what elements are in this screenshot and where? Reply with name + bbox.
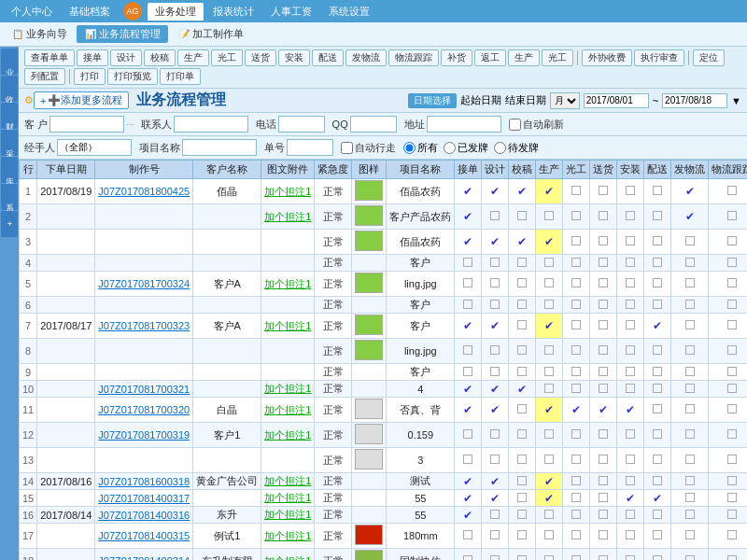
check-shengchan[interactable]: ✔ [536, 230, 563, 255]
auto-refresh-checkbox[interactable] [509, 119, 521, 131]
check-jiedan[interactable]: ✔ [455, 179, 482, 204]
check-fahualiu[interactable] [671, 448, 709, 473]
check-jiedan[interactable]: ✔ [455, 204, 482, 230]
check-peisong[interactable] [644, 339, 671, 364]
btn-delivery[interactable]: 送货 [245, 49, 276, 66]
check-sheji[interactable]: ✔ [482, 473, 509, 490]
doc-attach-link[interactable]: 加个担注1 [264, 278, 311, 289]
check-fahualiu[interactable] [671, 549, 709, 561]
doc-attach-link[interactable]: 加个担注1 [264, 320, 311, 331]
address-input[interactable] [427, 116, 501, 133]
order-no-link[interactable]: J07Z017081600318 [98, 476, 190, 487]
start-date-input[interactable] [584, 93, 649, 108]
check-xiaogao[interactable] [509, 524, 536, 549]
check-songhuo[interactable] [590, 473, 617, 490]
contact-input[interactable] [174, 116, 248, 133]
check-sheji[interactable]: ✔ [482, 230, 509, 255]
check-xiaogao[interactable] [509, 549, 536, 561]
left-icon-system[interactable]: 系 [1, 184, 18, 210]
nav-hr-payroll[interactable]: 人事工资 [263, 3, 319, 21]
check-guanggong[interactable] [563, 507, 590, 524]
check-guanggong[interactable] [563, 179, 590, 204]
check-shengchan[interactable] [536, 272, 563, 297]
check-anzhuang[interactable] [617, 364, 644, 381]
check-songhuo[interactable] [590, 490, 617, 507]
nav-business-guide[interactable]: 📋 业务向导 [4, 25, 75, 43]
check-sheji[interactable] [482, 297, 509, 314]
check-anzhuang[interactable] [617, 524, 644, 549]
check-guanggong[interactable] [563, 339, 590, 364]
check-anzhuang[interactable] [617, 507, 644, 524]
check-fahualiu[interactable] [671, 473, 709, 490]
check-guanggong[interactable] [563, 297, 590, 314]
check-xiaogao[interactable] [509, 255, 536, 272]
left-icon-receive[interactable]: 收 [1, 76, 18, 102]
check-songhuo[interactable] [590, 364, 617, 381]
qq-input[interactable] [350, 116, 397, 133]
check-peisong[interactable] [644, 381, 671, 398]
check-anzhuang[interactable] [617, 314, 644, 339]
check-peisong[interactable] [644, 448, 671, 473]
check-guanggong[interactable] [563, 423, 590, 448]
check-shengchan[interactable] [536, 507, 563, 524]
customer-input[interactable] [49, 116, 124, 133]
check-peisong[interactable] [644, 423, 671, 448]
check-shengchan[interactable]: ✔ [536, 490, 563, 507]
nav-business-process[interactable]: 业务处理 [148, 3, 204, 21]
check-fahualiu[interactable] [671, 255, 709, 272]
add-process-button[interactable]: + ➕添加更多流程 [34, 91, 129, 109]
check-songhuo[interactable]: ✔ [590, 398, 617, 423]
phone-input[interactable] [278, 116, 325, 133]
order-no-link[interactable]: J07Z017081700324 [98, 278, 190, 289]
check-fahualiu[interactable] [671, 272, 709, 297]
order-no-link[interactable]: J07Z017081400317 [98, 493, 190, 504]
check-sheji[interactable] [482, 272, 509, 297]
check-guanggong[interactable] [563, 381, 590, 398]
check-guanggong[interactable] [563, 549, 590, 561]
check-peisong[interactable] [644, 204, 671, 230]
check-shengchan[interactable]: ✔ [536, 179, 563, 204]
btn-exec-review[interactable]: 执行审查 [634, 49, 684, 66]
project-input[interactable] [182, 139, 257, 156]
check-xiaogao[interactable] [509, 364, 536, 381]
status-issued[interactable]: 已发牌 [444, 141, 488, 155]
check-anzhuang[interactable] [617, 339, 644, 364]
btn-col-config[interactable]: 列配置 [24, 68, 65, 85]
check-jiedan[interactable] [455, 423, 482, 448]
check-sheji[interactable] [482, 255, 509, 272]
check-shengchan[interactable] [536, 549, 563, 561]
check-sheji[interactable] [482, 507, 509, 524]
check-guanggong[interactable] [563, 448, 590, 473]
btn-production2[interactable]: 生产 [508, 49, 540, 66]
btn-install[interactable]: 安装 [278, 49, 310, 66]
left-icon-finance[interactable]: 财 [1, 103, 18, 129]
check-anzhuang[interactable] [617, 549, 644, 561]
btn-print-order[interactable]: 打印单 [160, 68, 201, 85]
check-songhuo[interactable] [590, 204, 617, 230]
check-songhuo[interactable] [590, 448, 617, 473]
check-jiedan[interactable]: ✔ [455, 490, 482, 507]
check-xiaogao[interactable] [509, 473, 536, 490]
btn-restock[interactable]: 补货 [441, 49, 472, 66]
check-songhuo[interactable] [590, 381, 617, 398]
check-xiaogao[interactable] [509, 314, 536, 339]
end-date-input[interactable] [662, 93, 727, 108]
check-sheji[interactable]: ✔ [482, 381, 509, 398]
check-fahualiu[interactable] [671, 314, 709, 339]
check-songhuo[interactable] [590, 230, 617, 255]
nav-basic-files[interactable]: 基础档案 [62, 3, 118, 21]
check-fahualiu[interactable]: ✔ [671, 179, 709, 204]
check-xiaogao[interactable]: ✔ [509, 230, 536, 255]
order-no-input[interactable] [287, 139, 333, 156]
doc-attach-link[interactable]: 加个担注1 [264, 530, 311, 541]
doc-attach-link[interactable]: 加个担注1 [264, 429, 311, 441]
check-jiedan[interactable] [455, 272, 482, 297]
check-anzhuang[interactable] [617, 473, 644, 490]
check-peisong[interactable] [644, 549, 671, 561]
doc-attach-link[interactable]: 加个担注1 [264, 383, 311, 394]
handler-input[interactable] [57, 139, 132, 156]
check-sheji[interactable] [482, 423, 509, 448]
doc-attach-link[interactable]: 加个担注1 [264, 509, 311, 520]
check-peisong[interactable] [644, 398, 671, 423]
check-shengchan[interactable] [536, 339, 563, 364]
